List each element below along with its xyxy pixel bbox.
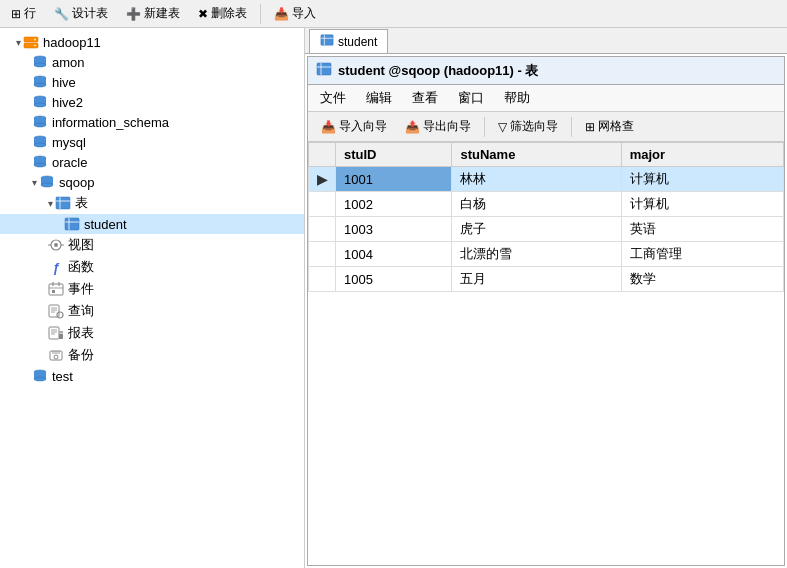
- tab-label-student: student: [338, 35, 377, 49]
- sidebar-item-queries[interactable]: 查询: [0, 300, 304, 322]
- svg-point-6: [34, 63, 46, 67]
- sidebar-label-oracle: oracle: [52, 155, 87, 170]
- cell-stuid[interactable]: 1005: [336, 267, 452, 292]
- svg-point-18: [34, 143, 46, 147]
- sidebar: ▾ hadoop11 amon hive: [0, 28, 305, 568]
- table-row[interactable]: 1005五月数学: [309, 267, 784, 292]
- tablegroup-icon: [55, 195, 71, 211]
- btn-grid-view[interactable]: ⊞ 网格查: [578, 115, 641, 138]
- rows-icon: ⊞: [11, 7, 21, 21]
- sidebar-label-functions: 函数: [68, 258, 94, 276]
- cell-stuname[interactable]: 林林: [452, 167, 621, 192]
- table-row[interactable]: 1002白杨计算机: [309, 192, 784, 217]
- svg-point-53: [54, 355, 58, 359]
- db-icon-oracle: [32, 154, 48, 170]
- right-panel: student student @sqoop (hadoop11) - 表 文件…: [305, 28, 787, 568]
- cell-stuid[interactable]: 1001: [336, 167, 452, 192]
- table-window: student @sqoop (hadoop11) - 表 文件 编辑 查看 窗…: [307, 56, 785, 566]
- cell-major[interactable]: 英语: [621, 217, 783, 242]
- menu-file[interactable]: 文件: [316, 88, 350, 108]
- sidebar-label-hive: hive: [52, 75, 76, 90]
- menu-edit[interactable]: 编辑: [362, 88, 396, 108]
- svg-rect-25: [56, 197, 70, 209]
- db-icon-info-schema: [32, 114, 48, 130]
- cell-stuid[interactable]: 1003: [336, 217, 452, 242]
- window-title-icon: [316, 61, 332, 80]
- cell-stuid[interactable]: 1002: [336, 192, 452, 217]
- main-content: ▾ hadoop11 amon hive: [0, 28, 787, 568]
- table-row[interactable]: ▶1001林林计算机: [309, 167, 784, 192]
- sidebar-item-views[interactable]: 视图: [0, 234, 304, 256]
- sidebar-item-functions[interactable]: ƒ 函数: [0, 256, 304, 278]
- sidebar-item-hadoop11[interactable]: ▾ hadoop11: [0, 32, 304, 52]
- sidebar-item-amon[interactable]: amon: [0, 52, 304, 72]
- sidebar-item-information-schema[interactable]: information_schema: [0, 112, 304, 132]
- top-toolbar: ⊞ 行 🔧 设计表 ➕ 新建表 ✖ 删除表 📥 导入: [0, 0, 787, 28]
- sidebar-item-events[interactable]: 事件: [0, 278, 304, 300]
- sidebar-label-tables-group: 表: [75, 194, 88, 212]
- toolbar-btn-new[interactable]: ➕ 新建表: [119, 2, 187, 25]
- col-header-stuname[interactable]: stuName: [452, 143, 621, 167]
- server-icon: [23, 34, 39, 50]
- btn-export-wizard[interactable]: 📤 导出向导: [398, 115, 478, 138]
- sidebar-item-student-table[interactable]: student: [0, 214, 304, 234]
- sidebar-item-backup[interactable]: 备份: [0, 344, 304, 366]
- cell-major[interactable]: 数学: [621, 267, 783, 292]
- data-table-container[interactable]: stuID stuName major ▶1001林林计算机1002白杨计算机1…: [308, 142, 784, 565]
- sidebar-item-hive2[interactable]: hive2: [0, 92, 304, 112]
- svg-point-56: [34, 377, 46, 381]
- svg-rect-52: [52, 351, 60, 354]
- sidebar-label-reports: 报表: [68, 324, 94, 342]
- sidebar-label-sqoop: sqoop: [59, 175, 94, 190]
- svg-point-24: [41, 183, 53, 187]
- data-table: stuID stuName major ▶1001林林计算机1002白杨计算机1…: [308, 142, 784, 292]
- sidebar-item-hive[interactable]: hive: [0, 72, 304, 92]
- cell-major[interactable]: 工商管理: [621, 242, 783, 267]
- export-wizard-icon: 📤: [405, 120, 420, 134]
- cell-stuname[interactable]: 虎子: [452, 217, 621, 242]
- sidebar-label-queries: 查询: [68, 302, 94, 320]
- tab-icon-student: [320, 33, 334, 50]
- cell-major[interactable]: 计算机: [621, 167, 783, 192]
- svg-point-9: [34, 83, 46, 87]
- table-row[interactable]: 1003虎子英语: [309, 217, 784, 242]
- db-icon-amon: [32, 54, 48, 70]
- col-header-stuid[interactable]: stuID: [336, 143, 452, 167]
- report-icon: [48, 325, 64, 341]
- expand-arrow-sqoop: ▾: [32, 177, 37, 188]
- col-header-major[interactable]: major: [621, 143, 783, 167]
- menu-view[interactable]: 查看: [408, 88, 442, 108]
- toolbar-btn-delete[interactable]: ✖ 删除表: [191, 2, 254, 25]
- sidebar-item-mysql[interactable]: mysql: [0, 132, 304, 152]
- toolbar-btn-import[interactable]: 📥 导入: [267, 2, 323, 25]
- cell-stuname[interactable]: 五月: [452, 267, 621, 292]
- sidebar-label-mysql: mysql: [52, 135, 86, 150]
- db-icon-hive2: [32, 94, 48, 110]
- sidebar-label-hadoop11: hadoop11: [43, 35, 101, 50]
- sidebar-label-events: 事件: [68, 280, 94, 298]
- cell-major[interactable]: 计算机: [621, 192, 783, 217]
- toolbar-btn-rows[interactable]: ⊞ 行: [4, 2, 43, 25]
- sidebar-item-oracle[interactable]: oracle: [0, 152, 304, 172]
- new-icon: ➕: [126, 7, 141, 21]
- cell-stuid[interactable]: 1004: [336, 242, 452, 267]
- tab-student[interactable]: student: [309, 29, 388, 53]
- svg-point-3: [34, 45, 36, 47]
- sidebar-item-tables-group[interactable]: ▾ 表: [0, 192, 304, 214]
- menu-help[interactable]: 帮助: [500, 88, 534, 108]
- btn-import-wizard[interactable]: 📥 导入向导: [314, 115, 394, 138]
- btn-filter-wizard[interactable]: ▽ 筛选向导: [491, 115, 565, 138]
- sidebar-item-test[interactable]: test: [0, 366, 304, 386]
- cell-stuname[interactable]: 北漂的雪: [452, 242, 621, 267]
- menu-window[interactable]: 窗口: [454, 88, 488, 108]
- sidebar-item-sqoop[interactable]: ▾ sqoop: [0, 172, 304, 192]
- svg-rect-39: [52, 290, 55, 293]
- db-icon-mysql: [32, 134, 48, 150]
- tab-bar: student: [305, 28, 787, 54]
- toolbar-btn-design[interactable]: 🔧 设计表: [47, 2, 115, 25]
- table-row[interactable]: 1004北漂的雪工商管理: [309, 242, 784, 267]
- cell-stuname[interactable]: 白杨: [452, 192, 621, 217]
- event-icon: [48, 281, 64, 297]
- window-titlebar: student @sqoop (hadoop11) - 表: [308, 57, 784, 85]
- sidebar-item-reports[interactable]: 报表: [0, 322, 304, 344]
